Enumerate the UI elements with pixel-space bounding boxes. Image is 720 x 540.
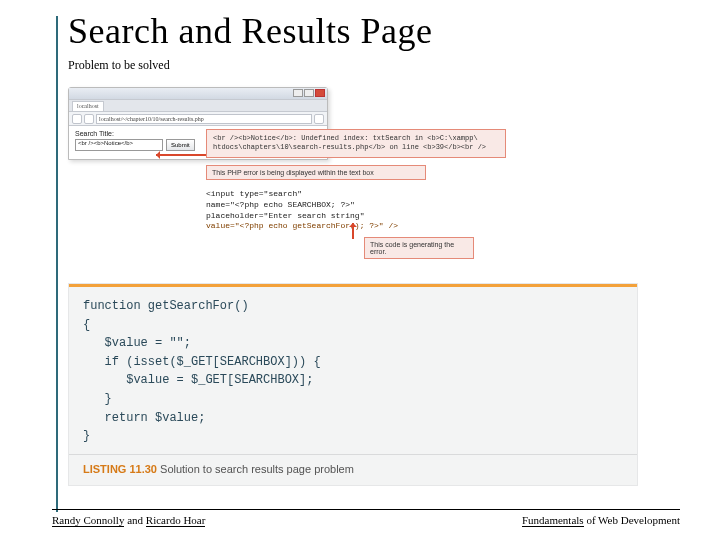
footer-rule [52, 509, 680, 510]
browser-toolbar: localhost/~/chapter10/10/search-results.… [69, 112, 327, 126]
book-title: Fundamentals of Web Development [522, 514, 680, 526]
browser-tabs: localhost [69, 100, 327, 112]
arrow-icon [156, 154, 206, 156]
listing-code: function getSearchFor() { $value = ""; i… [69, 287, 637, 454]
diagram: localhost localhost/~/chapter10/10/searc… [64, 87, 634, 277]
maximize-icon [304, 89, 314, 97]
listing-caption: LISTING 11.30 Solution to search results… [69, 454, 637, 485]
annotation-1: This PHP error is being displayed within… [206, 165, 426, 180]
forward-icon [84, 114, 94, 124]
close-icon [315, 89, 325, 97]
submit-button: Submit [166, 139, 195, 151]
address-bar: localhost/~/chapter10/10/search-results.… [96, 114, 312, 124]
notice-callout: <br /><b>Notice</b>: Undefined index: tx… [206, 129, 506, 158]
browser-titlebar [69, 88, 327, 100]
annotation-2: This code is generating the error. [364, 237, 474, 259]
code-line-4: value="<?php echo getSearchFor(); ?>" /> [206, 221, 446, 232]
slide-title: Search and Results Page [68, 10, 680, 52]
browser-tab: localhost [72, 101, 104, 111]
footer-and: and [124, 514, 145, 526]
author-1: Randy Connolly [52, 514, 124, 527]
code-line-3: placeholder="Enter search string" [206, 211, 446, 222]
search-input: <br /><b>Notice</b> [75, 139, 163, 151]
arrow-icon [352, 223, 354, 239]
side-rule [56, 16, 58, 512]
author-2: Ricardo Hoar [146, 514, 206, 527]
code-line-2: name="<?php echo SEARCHBOX; ?>" [206, 200, 446, 211]
code-line-1: <input type="search" [206, 189, 446, 200]
notice-line-1: <br /><b>Notice</b>: Undefined index: tx… [213, 134, 499, 143]
back-icon [72, 114, 82, 124]
listing-caption-text: Solution to search results page problem [157, 463, 354, 475]
book-title-1: Fundamentals [522, 514, 584, 527]
minimize-icon [293, 89, 303, 97]
book-title-2: of Web Development [584, 514, 680, 526]
listing-number: LISTING 11.30 [83, 463, 157, 475]
footer: Randy Connolly and Ricardo Hoar Fundamen… [52, 514, 680, 526]
code-listing: function getSearchFor() { $value = ""; i… [68, 283, 638, 486]
notice-line-2: htdocs\chapters\10\search-results.php</b… [213, 143, 499, 152]
slide-subtitle: Problem to be solved [68, 58, 680, 73]
input-code: <input type="search" name="<?php echo SE… [206, 189, 446, 232]
reload-icon [314, 114, 324, 124]
